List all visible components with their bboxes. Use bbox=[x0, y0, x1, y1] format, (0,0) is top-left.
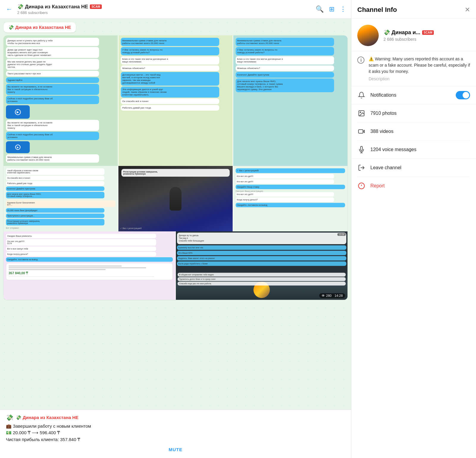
chat-title-text: 💸 Динара из Казахстана НЕ bbox=[17, 4, 88, 10]
post-text: 💼 Завершили работу с новым клиентом 💵 20… bbox=[6, 423, 345, 443]
leave-icon bbox=[357, 164, 366, 172]
chat-title: 💸 Динара из Казахстана НЕ SCAM bbox=[17, 4, 312, 10]
channel-info-name: 💸 Динара и... SCAM bbox=[383, 29, 434, 36]
media-row-1: Динара хотел я узнать про работу у тебяч… bbox=[4, 35, 347, 166]
report-row[interactable]: Report bbox=[357, 177, 470, 195]
media-cell-6: ✓ Вас с регистрацией! Кто вот это да!!!!… bbox=[233, 166, 347, 231]
photos-label: 7910 photos bbox=[370, 111, 397, 116]
media-cell-7: Ожидаю Ваши реквизиты Ого вот это да!!!!… bbox=[4, 231, 175, 300]
report-icon bbox=[357, 182, 366, 190]
channel-info-text: 💸 Динара и... SCAM 2 686 subscribers bbox=[383, 29, 434, 42]
voice-icon bbox=[357, 145, 366, 154]
media-cell-8: Динара ну ты даешь Так рад я Спасибо теб… bbox=[176, 231, 347, 300]
chat-header: ← 💸 Динара из Казахстана НЕ SCAM 2 686 s… bbox=[0, 0, 351, 19]
channel-info-header: 💸 Динара и... SCAM 2 686 subscribers bbox=[351, 19, 476, 51]
media-stats-section: 7910 photos 388 videos 1204 bbox=[351, 104, 476, 159]
notifications-label: Notifications bbox=[370, 92, 451, 98]
description-label: Description bbox=[369, 76, 470, 81]
media-cell-2: Минимальная сумма ставки для началаработ… bbox=[118, 35, 233, 166]
chat-panel: ← 💸 Динара из Казахстана НЕ SCAM 2 686 s… bbox=[0, 0, 351, 458]
channel-avatar bbox=[357, 25, 379, 46]
warning-section: ℹ ⚠️ Warning: Many users reported this a… bbox=[351, 51, 476, 86]
layout-icon[interactable]: ⊞ bbox=[329, 5, 334, 13]
search-icon[interactable]: 🔍 bbox=[316, 5, 324, 13]
warning-text: ⚠️ Warning: Many users reported this acc… bbox=[369, 56, 470, 75]
videos-label: 388 videos bbox=[370, 129, 393, 134]
channel-subscribers: 2 686 subscribers bbox=[383, 37, 434, 42]
mute-button[interactable]: MUTE bbox=[6, 447, 345, 452]
chat-header-info: 💸 Динара из Казахстана НЕ SCAM 2 686 sub… bbox=[17, 4, 312, 15]
media-row-3: Ожидаю Ваши реквизиты Ого вот это да!!!!… bbox=[4, 231, 347, 300]
channel-name-badge: 💸 Динара из Казахстана НЕ bbox=[4, 22, 347, 35]
leave-channel-row[interactable]: Leave channel bbox=[357, 159, 470, 177]
media-grid: Динара хотел я узнать про работу у тебяч… bbox=[4, 35, 347, 300]
media-cell-1: Динара хотел я узнать про работу у тебяч… bbox=[4, 35, 118, 166]
channel-scam-badge: SCAM bbox=[422, 30, 434, 35]
media-row-2: такой образом я помогаю своимклиентам за… bbox=[4, 166, 347, 231]
subscriber-count: 2 686 subscribers bbox=[17, 10, 312, 15]
bottom-post-bar: 💸 💸 Динара из Казахстана НЕ 💼 Завершили … bbox=[0, 410, 351, 458]
info-icon: ℹ bbox=[357, 57, 364, 64]
bell-icon bbox=[357, 91, 366, 99]
right-panel: Channel Info ✕ 💸 Динара и... SCAM 2 686 … bbox=[351, 0, 476, 458]
panel-title: Channel Info bbox=[357, 6, 397, 14]
back-button[interactable]: ← bbox=[5, 4, 14, 14]
scam-badge: SCAM bbox=[90, 4, 101, 9]
videos-row[interactable]: 388 videos bbox=[357, 123, 470, 141]
right-panel-header: Channel Info ✕ bbox=[351, 0, 476, 19]
photos-icon bbox=[357, 109, 366, 117]
media-cell-4: такой образом я помогаю своимклиентам за… bbox=[4, 166, 118, 231]
report-label: Report bbox=[370, 183, 385, 189]
videos-icon bbox=[357, 127, 366, 136]
media-cell-5: Регистрация условия завершена,реквизиты … bbox=[118, 166, 233, 231]
svg-point-1 bbox=[360, 112, 361, 113]
photos-row[interactable]: 7910 photos bbox=[357, 104, 470, 123]
notifications-section: Notifications bbox=[351, 86, 476, 104]
more-icon[interactable]: ⋮ bbox=[340, 5, 346, 13]
chat-content: 💸 Динара из Казахстана НЕ Динара хотел я… bbox=[0, 19, 351, 410]
post-channel-name: 💸 Динара из Казахстана НЕ bbox=[16, 415, 79, 420]
notifications-toggle[interactable] bbox=[456, 91, 470, 99]
voice-messages-row[interactable]: 1204 voice messages bbox=[357, 141, 470, 159]
warning-content: ⚠️ Warning: Many users reported this acc… bbox=[369, 56, 470, 81]
voice-label: 1204 voice messages bbox=[370, 147, 416, 152]
header-actions: 🔍 ⊞ ⋮ bbox=[316, 5, 346, 13]
svg-rect-2 bbox=[358, 130, 363, 133]
leave-label: Leave channel bbox=[370, 165, 401, 170]
close-button[interactable]: ✕ bbox=[465, 6, 470, 14]
post-header: 💸 💸 Динара из Казахстана НЕ bbox=[6, 414, 345, 421]
actions-section: Leave channel Report bbox=[351, 159, 476, 195]
media-cell-3: Минимальная сумма ставки для началаработ… bbox=[233, 35, 347, 166]
notifications-row[interactable]: Notifications bbox=[357, 86, 470, 104]
